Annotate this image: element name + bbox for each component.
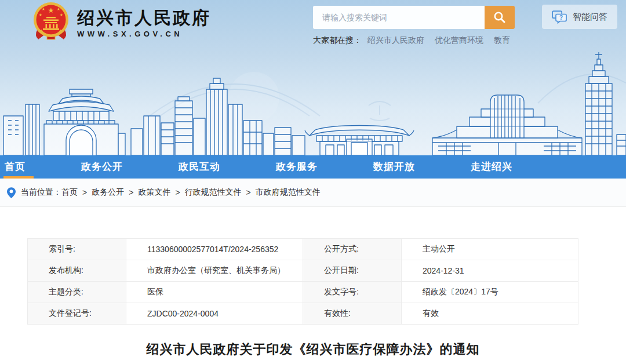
hot-search-link-3[interactable]: 教育 — [494, 35, 510, 46]
svg-text:★: ★ — [57, 7, 60, 11]
meta-label: 文件登记号: — [28, 303, 126, 325]
svg-text:★: ★ — [42, 7, 45, 11]
site-header: ★ ★ ★ ★ ★ 绍兴市人民政府 WWW.SX.GOV.CN — [0, 0, 626, 155]
document-page: 索引号: 11330600002577014T/2024-256352 公开方式… — [0, 238, 626, 358]
meta-value: 绍政发〔2024〕17号 — [402, 282, 578, 303]
location-pin-icon — [7, 187, 16, 198]
table-row: 主题分类: 医保 发文字号: 绍政发〔2024〕17号 — [28, 282, 578, 303]
meta-label: 公开日期: — [303, 260, 402, 282]
meta-value: 市政府办公室（研究室、机关事务局） — [126, 260, 303, 282]
breadcrumb-separator: > — [175, 188, 180, 197]
hot-search-label: 大家都在搜： — [313, 35, 362, 46]
national-emblem-icon: ★ ★ ★ ★ ★ — [32, 1, 70, 42]
nav-item-home[interactable]: 首页 — [5, 155, 26, 179]
site-title-block: 绍兴市人民政府 WWW.SX.GOV.CN — [77, 5, 211, 38]
smart-qa-button[interactable]: ? 智能问答 — [542, 5, 617, 29]
nav-item-gov-info[interactable]: 政务公开 — [81, 155, 123, 179]
nav-item-services[interactable]: 政务服务 — [276, 155, 318, 179]
hot-search-link-2[interactable]: 优化营商环境 — [435, 35, 483, 46]
nav-item-open-data[interactable]: 数据开放 — [373, 155, 415, 179]
document-meta-table: 索引号: 11330600002577014T/2024-256352 公开方式… — [27, 238, 578, 325]
nav-item-about[interactable]: 走进绍兴 — [471, 155, 512, 179]
meta-value: 有效 — [402, 303, 578, 325]
breadcrumb: 当前位置： 首页 > 政务公开 > 政策文件 > 行政规范性文件 > 市政府规范… — [0, 179, 626, 207]
breadcrumb-item-policy-docs[interactable]: 政策文件 — [138, 187, 170, 198]
search-bar — [313, 6, 515, 29]
breadcrumb-location-label: 当前位置： — [21, 187, 61, 198]
meta-label: 有效性: — [303, 303, 402, 325]
search-input[interactable] — [313, 6, 485, 29]
main-nav: 首页 政务公开 政民互动 政务服务 数据开放 走进绍兴 — [0, 155, 626, 179]
breadcrumb-separator: > — [246, 188, 251, 197]
site-url: WWW.SX.GOV.CN — [77, 30, 211, 38]
meta-label: 发文字号: — [303, 282, 402, 303]
table-row: 文件登记号: ZJDC00-2024-0004 有效性: 有效 — [28, 303, 578, 325]
page-title: 绍兴市人民政府关于印发《绍兴市医疗保障办法》的通知 — [0, 341, 626, 358]
breadcrumb-item-city-gov-docs[interactable]: 市政府规范性文件 — [256, 187, 321, 198]
search-button[interactable] — [485, 6, 515, 29]
svg-text:★: ★ — [60, 13, 63, 17]
breadcrumb-separator: > — [82, 188, 87, 197]
site-name: 绍兴市人民政府 — [77, 8, 211, 28]
meta-value: 11330600002577014T/2024-256352 — [126, 239, 303, 260]
meta-label: 发布机构: — [28, 260, 126, 282]
hot-search-link-1[interactable]: 绍兴市人民政府 — [367, 35, 424, 46]
site-logo[interactable]: ★ ★ ★ ★ ★ 绍兴市人民政府 WWW.SX.GOV.CN — [32, 1, 211, 42]
breadcrumb-separator: > — [129, 188, 133, 197]
meta-value: 医保 — [126, 282, 303, 303]
meta-label: 索引号: — [28, 239, 126, 260]
table-row: 索引号: 11330600002577014T/2024-256352 公开方式… — [28, 239, 578, 260]
svg-text:★: ★ — [39, 13, 42, 17]
meta-label: 公开方式: — [303, 239, 402, 260]
breadcrumb-item-gov-info[interactable]: 政务公开 — [92, 187, 124, 198]
search-icon — [493, 11, 506, 24]
chat-question-icon: ? — [552, 10, 567, 24]
svg-text:?: ? — [559, 14, 563, 20]
svg-text:★: ★ — [48, 6, 54, 14]
meta-value: ZJDC00-2024-0004 — [126, 303, 303, 325]
smart-qa-label: 智能问答 — [573, 12, 607, 23]
city-skyline-illustration — [0, 48, 626, 155]
nav-item-interaction[interactable]: 政民互动 — [179, 155, 220, 179]
table-row: 发布机构: 市政府办公室（研究室、机关事务局） 公开日期: 2024-12-31 — [28, 260, 578, 282]
meta-value: 主动公开 — [402, 239, 578, 260]
hot-search-row: 大家都在搜： 绍兴市人民政府 优化营商环境 教育 — [313, 35, 521, 46]
meta-label: 主题分类: — [28, 282, 126, 303]
breadcrumb-item-normative-docs[interactable]: 行政规范性文件 — [185, 187, 242, 198]
breadcrumb-item-home[interactable]: 首页 — [61, 187, 78, 198]
meta-value: 2024-12-31 — [402, 260, 578, 282]
